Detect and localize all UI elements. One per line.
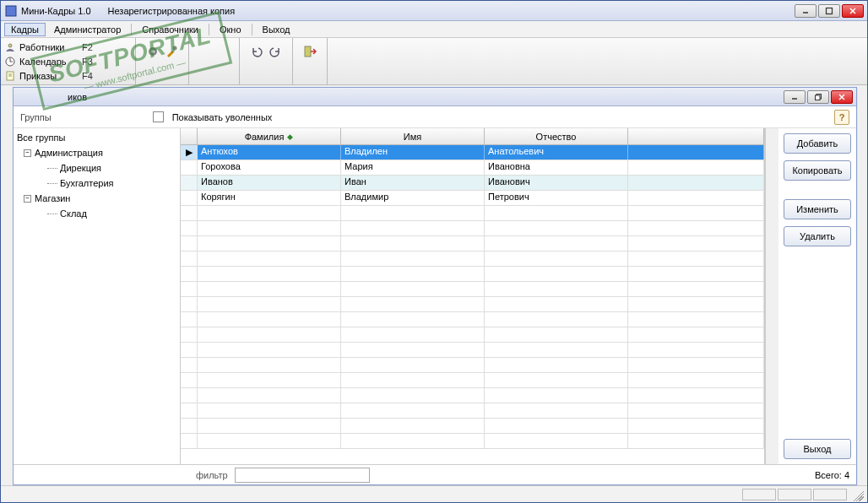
inner-statusbar: фильтр Всего: 4 (14, 464, 856, 484)
inner-minimize-button[interactable] (784, 90, 806, 104)
show-fired-label: Показывать уволенных (172, 112, 273, 122)
collapse-icon[interactable]: − (24, 195, 31, 203)
sort-asc-icon: ◆ (287, 133, 293, 141)
table-row[interactable] (181, 358, 764, 373)
window-subtitle: Незарегистрированная копия (108, 6, 236, 16)
workers-icon (4, 41, 16, 53)
minimize-button[interactable] (795, 4, 816, 18)
filter-input[interactable] (235, 468, 370, 483)
menu-window[interactable]: Окно (213, 23, 248, 36)
table-row[interactable]: КорягинВладимирПетрович (181, 191, 764, 206)
menu-kadry[interactable]: Кадры (4, 23, 46, 36)
undo-icon[interactable] (250, 45, 263, 58)
table-cell: Иванов (198, 176, 341, 190)
row-marker: ▶ (181, 145, 198, 160)
help-button[interactable]: ? (834, 110, 849, 125)
delete-button[interactable]: Удалить (784, 226, 851, 246)
table-row[interactable] (181, 419, 764, 434)
svg-point-14 (173, 46, 177, 51)
table-cell: Владимир (341, 191, 485, 205)
toolbar-item-calendar[interactable]: Календарь F3 (4, 54, 132, 68)
outer-statusbar (1, 485, 867, 502)
table-cell (628, 160, 764, 175)
table-cell: Мария (341, 160, 485, 175)
redo-icon[interactable] (269, 45, 282, 58)
toolbar: Работники F2 Календарь F3 Приказы F4 (1, 38, 867, 85)
inner-subbar: Группы Показывать уволенных ? (14, 106, 856, 128)
menubar: Кадры Администратор Справочники Окно Вых… (1, 21, 867, 38)
table-cell: Ивановна (485, 160, 628, 175)
table-row[interactable] (181, 327, 764, 343)
table-cell (628, 191, 764, 205)
grid-row-marker-header (181, 128, 198, 144)
table-row[interactable] (181, 312, 764, 327)
calendar-icon (4, 56, 16, 68)
grid-col-spacer (628, 128, 764, 144)
tree-root[interactable]: Все группы (14, 130, 180, 145)
grid-col-firstname[interactable]: Имя (341, 128, 485, 144)
svg-rect-0 (6, 6, 16, 16)
menu-admin[interactable]: Администратор (47, 23, 127, 36)
size-grip[interactable] (850, 488, 864, 501)
tree-node-administration[interactable]: −Администрация (14, 145, 180, 160)
table-row[interactable] (181, 373, 764, 388)
inner-window-title: иков (68, 92, 87, 102)
table-cell: Иван (341, 176, 485, 190)
grid-header: Фамилия◆ Имя Отчество (181, 128, 764, 145)
table-row[interactable] (181, 252, 764, 267)
tree-leaf-direction[interactable]: Дирекция (14, 160, 180, 176)
groups-label: Группы (20, 112, 52, 122)
window-title: Мини-Кадры 1.0 (21, 6, 91, 16)
table-row[interactable] (181, 267, 764, 282)
menu-refs[interactable]: Справочники (135, 23, 205, 36)
table-cell: Анатольевич (485, 145, 628, 160)
grid-col-lastname[interactable]: Фамилия◆ (198, 128, 341, 144)
table-row[interactable] (181, 297, 764, 312)
total-label: Всего: 4 (815, 470, 849, 480)
gear-icon[interactable] (146, 45, 160, 58)
table-row[interactable] (181, 206, 764, 221)
grid-rows[interactable]: ▶АнтюховВладиленАнатольевичГороховаМария… (181, 145, 764, 464)
table-row[interactable]: ▶АнтюховВладиленАнатольевич (181, 145, 764, 160)
table-row[interactable]: ГороховаМарияИвановна (181, 160, 764, 176)
table-row[interactable] (181, 343, 764, 358)
maximize-button[interactable] (818, 4, 840, 18)
close-button[interactable] (842, 4, 864, 18)
exit-button[interactable]: Выход (784, 439, 851, 459)
svg-rect-18 (816, 95, 821, 100)
grid-col-patronymic[interactable]: Отчество (485, 128, 628, 144)
table-row[interactable] (181, 221, 764, 236)
toolbar-item-workers[interactable]: Работники F2 (4, 40, 132, 54)
tree-leaf-warehouse[interactable]: Склад (14, 206, 180, 221)
add-button[interactable]: Добавить (784, 133, 851, 154)
edit-button[interactable]: Изменить (784, 199, 851, 219)
table-row[interactable] (181, 282, 764, 297)
show-fired-checkbox[interactable] (153, 111, 164, 122)
filter-label: фильтр (196, 470, 228, 480)
table-row[interactable] (181, 434, 764, 449)
inner-restore-button[interactable] (807, 90, 829, 104)
tool-icon[interactable] (165, 45, 178, 58)
table-cell: Антюхов (198, 145, 341, 160)
table-cell: Иванович (485, 176, 628, 190)
exit-icon[interactable] (303, 45, 317, 58)
table-row[interactable] (181, 388, 764, 403)
svg-point-13 (151, 50, 155, 53)
menu-exit[interactable]: Выход (256, 23, 297, 36)
table-row[interactable] (181, 236, 764, 252)
row-marker (181, 160, 198, 175)
tree-leaf-accounting[interactable]: Бухгалтерия (14, 176, 180, 191)
inner-close-button[interactable] (831, 90, 853, 104)
table-row[interactable]: ИвановИванИванович (181, 176, 764, 191)
collapse-icon[interactable]: − (24, 149, 31, 157)
toolbar-item-orders[interactable]: Приказы F4 (4, 68, 132, 83)
vertical-scrollbar[interactable] (765, 128, 778, 464)
svg-rect-15 (305, 46, 311, 57)
grid[interactable]: Фамилия◆ Имя Отчество ▶АнтюховВладиленАн… (181, 128, 765, 464)
table-row[interactable] (181, 403, 764, 419)
tree-pane[interactable]: Все группы −Администрация Дирекция Бухга… (14, 128, 181, 464)
tree-node-shop[interactable]: −Магазин (14, 191, 180, 206)
inner-window: иков Группы Показывать уволенных ? Все г (13, 87, 857, 485)
table-cell (628, 145, 764, 160)
copy-button[interactable]: Копировать (784, 160, 851, 181)
